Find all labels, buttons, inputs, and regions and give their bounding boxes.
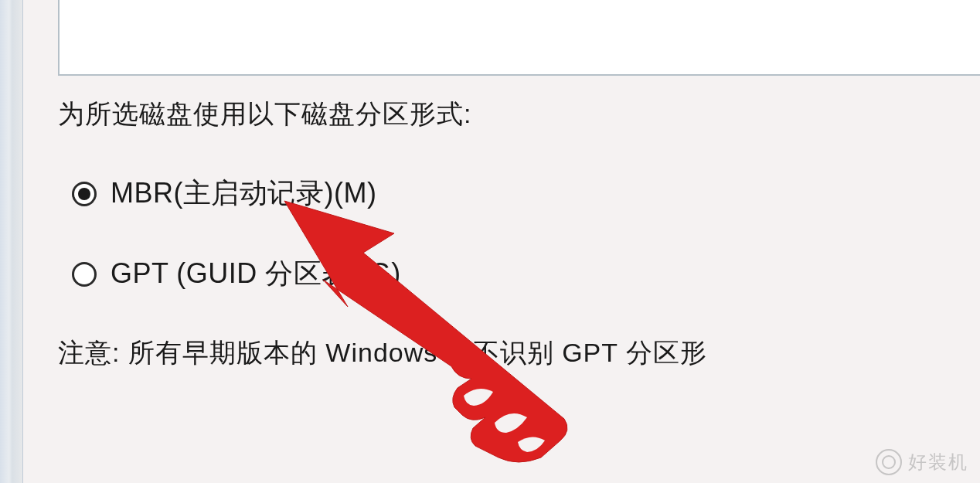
upper-panel	[58, 0, 980, 76]
radio-label-gpt: GPT (GUID 分区表)(G)	[111, 255, 401, 293]
dialog-content: 为所选磁盘使用以下磁盘分区形式: MBR(主启动记录)(M) GPT (GUID…	[58, 97, 965, 371]
radio-option-gpt[interactable]: GPT (GUID 分区表)(G)	[72, 255, 965, 293]
watermark: 好装机	[876, 449, 968, 475]
radio-indicator-gpt	[72, 262, 97, 287]
radio-option-mbr[interactable]: MBR(主启动记录)(M)	[72, 175, 965, 213]
radio-label-mbr: MBR(主启动记录)(M)	[111, 175, 376, 213]
watermark-text: 好装机	[908, 450, 968, 474]
window-left-border	[0, 0, 23, 483]
radio-indicator-mbr	[72, 182, 97, 206]
note-text: 注意: 所有早期版本的 Windows 都不识别 GPT 分区形	[58, 335, 965, 371]
section-title: 为所选磁盘使用以下磁盘分区形式:	[58, 97, 965, 132]
partition-style-radio-group: MBR(主启动记录)(M) GPT (GUID 分区表)(G)	[72, 175, 965, 293]
watermark-icon	[876, 449, 902, 475]
